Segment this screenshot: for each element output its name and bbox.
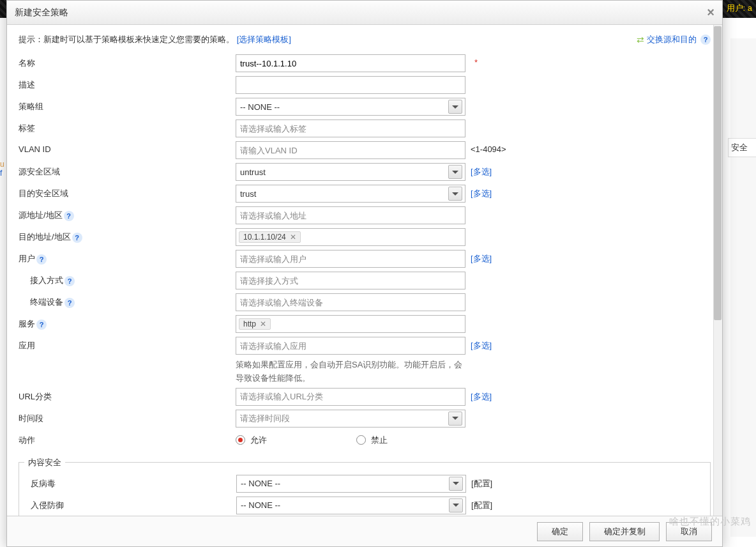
- service-input[interactable]: http✕: [236, 315, 465, 333]
- dst-addr-input[interactable]: 10.1.1.10/24✕: [236, 228, 465, 246]
- ips-select[interactable]: -- NONE --: [236, 497, 466, 514]
- background-strip: [730, 38, 756, 537]
- label-name: 名称: [19, 54, 236, 69]
- ok-copy-button[interactable]: 确定并复制: [589, 522, 660, 541]
- help-icon[interactable]: ?: [700, 35, 711, 45]
- label-dst-zone: 目的安全区域: [19, 185, 236, 199]
- label-vlan: VLAN ID: [19, 141, 236, 154]
- multi-link[interactable]: [多选]: [471, 254, 492, 263]
- hint-bar: 提示：新建时可以基于策略模板来快速定义您需要的策略。 [选择策略模板] ⇄ 交换…: [7, 30, 722, 53]
- label-dst-addr: 目的地址/地区: [19, 232, 71, 242]
- label-antivirus: 反病毒: [31, 475, 236, 489]
- label-action: 动作: [19, 431, 236, 446]
- help-icon[interactable]: ?: [36, 320, 47, 330]
- url-cat-input[interactable]: [236, 388, 465, 406]
- app-input[interactable]: [236, 337, 465, 355]
- chevron-down-icon: [448, 187, 462, 201]
- terminal-input[interactable]: [236, 293, 465, 311]
- label-access-mode: 接入方式: [30, 275, 63, 285]
- time-select[interactable]: 请选择时间段: [236, 410, 465, 428]
- radio-icon: [236, 435, 245, 445]
- dialog-header: 新建安全策略 ×: [7, 1, 722, 25]
- user-input[interactable]: [236, 250, 465, 268]
- src-addr-input[interactable]: [236, 206, 465, 224]
- help-icon[interactable]: ?: [64, 298, 75, 308]
- chevron-down-icon: [449, 498, 463, 512]
- antivirus-select[interactable]: -- NONE --: [236, 475, 466, 493]
- vlan-range: <1-4094>: [465, 141, 506, 154]
- name-input[interactable]: [236, 54, 465, 72]
- policy-group-select[interactable]: -- NONE --: [236, 98, 465, 116]
- radio-allow-label: 允许: [250, 435, 267, 446]
- dst-zone-value: trust: [240, 189, 256, 199]
- vlan-input[interactable]: [236, 141, 465, 159]
- label-desc: 描述: [19, 76, 236, 91]
- policy-group-value: -- NONE --: [240, 102, 280, 112]
- chevron-down-icon: [449, 477, 463, 491]
- cancel-button[interactable]: 取消: [666, 522, 712, 541]
- scrollbar-track[interactable]: [713, 25, 722, 516]
- radio-deny[interactable]: 禁止: [356, 435, 388, 446]
- multi-link[interactable]: [多选]: [471, 392, 492, 401]
- multi-link[interactable]: [多选]: [471, 189, 492, 198]
- swap-text: 交换源和目的: [647, 34, 697, 45]
- radio-allow[interactable]: 允许: [236, 435, 267, 446]
- required-mark: *: [471, 58, 478, 67]
- src-zone-select[interactable]: untrust: [236, 163, 465, 181]
- src-zone-value: untrust: [240, 167, 266, 177]
- config-link[interactable]: [配置]: [471, 500, 492, 510]
- ips-value: -- NONE --: [241, 500, 280, 510]
- swap-src-dst-link[interactable]: ⇄ 交换源和目的 ?: [637, 34, 711, 45]
- dialog-title: 新建安全策略: [15, 7, 68, 19]
- content-security-group: 内容安全 反病毒 -- NONE -- [配置] 入侵防御 -- NONE --…: [19, 457, 711, 516]
- label-src-addr: 源地址/地区: [19, 210, 63, 220]
- label-url-cat: URL分类: [19, 388, 236, 403]
- dst-zone-select[interactable]: trust: [236, 185, 465, 203]
- ok-button[interactable]: 确定: [537, 522, 583, 541]
- tags-input[interactable]: [236, 119, 465, 137]
- chip-remove-icon[interactable]: ✕: [260, 320, 266, 328]
- access-mode-input[interactable]: [236, 272, 465, 289]
- help-icon[interactable]: ?: [36, 254, 47, 265]
- label-terminal: 终端设备: [30, 297, 63, 307]
- config-link[interactable]: [配置]: [471, 479, 492, 488]
- close-icon[interactable]: ×: [707, 5, 714, 20]
- chevron-down-icon: [448, 100, 462, 114]
- template-link[interactable]: [选择策略模板]: [237, 35, 291, 44]
- desc-input[interactable]: [236, 76, 465, 94]
- label-src-zone: 源安全区域: [19, 163, 236, 178]
- label-service: 服务: [19, 319, 35, 328]
- left-edge: uf: [0, 160, 4, 178]
- user-label: 用户: a: [727, 3, 752, 14]
- multi-link[interactable]: [多选]: [471, 167, 492, 176]
- label-ips: 入侵防御: [31, 497, 236, 511]
- form-area: 名称 * 描述 策略组 -- NONE -- 标签 VLAN ID <1-409…: [7, 53, 722, 516]
- chip-dst-addr: 10.1.1.10/24✕: [239, 231, 301, 243]
- dialog-footer: 确定 确定并复制 取消: [7, 516, 722, 546]
- scrollbar-thumb[interactable]: [714, 26, 722, 320]
- chevron-down-icon: [448, 165, 462, 179]
- help-icon[interactable]: ?: [64, 276, 75, 286]
- chip-label: 10.1.1.10/24: [243, 233, 286, 242]
- label-user: 用户: [19, 254, 35, 263]
- chip-service: http✕: [239, 318, 271, 330]
- label-policy-group: 策略组: [19, 98, 236, 112]
- antivirus-value: -- NONE --: [241, 479, 280, 488]
- background-tab-security[interactable]: 安全: [728, 138, 756, 157]
- radio-icon: [356, 435, 366, 445]
- dialog-body: 提示：新建时可以基于策略模板来快速定义您需要的策略。 [选择策略模板] ⇄ 交换…: [7, 25, 722, 516]
- help-icon[interactable]: ?: [64, 211, 74, 221]
- chevron-down-icon: [448, 412, 462, 426]
- multi-link[interactable]: [多选]: [471, 341, 492, 350]
- label-tags: 标签: [19, 119, 236, 134]
- chip-label: http: [243, 320, 256, 328]
- swap-icon: ⇄: [637, 35, 644, 45]
- chip-remove-icon[interactable]: ✕: [290, 233, 296, 242]
- dialog-new-security-policy: 新建安全策略 × 提示：新建时可以基于策略模板来快速定义您需要的策略。 [选择策…: [6, 0, 723, 547]
- radio-deny-label: 禁止: [371, 435, 388, 446]
- label-app: 应用: [19, 337, 236, 351]
- help-icon[interactable]: ?: [72, 233, 82, 243]
- content-security-legend: 内容安全: [24, 457, 65, 468]
- label-time: 时间段: [19, 410, 236, 424]
- time-placeholder: 请选择时间段: [240, 413, 290, 424]
